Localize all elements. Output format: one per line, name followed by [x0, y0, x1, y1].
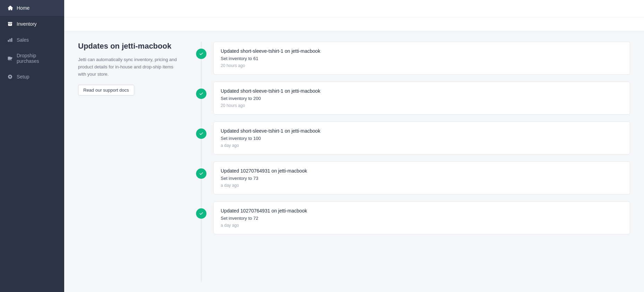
timeline-card-title-4: Updated 10270764931 on jetti-macbook	[221, 168, 623, 174]
timeline-card-title-1: Updated short-sleeve-tshirt-1 on jetti-m…	[221, 48, 623, 54]
timeline-card-1: Updated short-sleeve-tshirt-1 on jetti-m…	[213, 42, 630, 75]
sidebar-item-setup-label: Setup	[17, 74, 29, 80]
timeline-card-time-4: a day ago	[221, 183, 623, 188]
sidebar-item-sales[interactable]: Sales	[0, 32, 64, 48]
content-area: Updates on jetti-macbook Jetti can autom…	[64, 31, 644, 292]
setup-icon	[7, 74, 13, 80]
home-icon	[7, 5, 13, 11]
timeline-dot-2	[196, 89, 206, 99]
timeline: Updated short-sleeve-tshirt-1 on jetti-m…	[196, 42, 630, 282]
timeline-card-4: Updated 10270764931 on jetti-macbook Set…	[213, 161, 630, 194]
timeline-dot-4	[196, 168, 206, 179]
left-panel: Updates on jetti-macbook Jetti can autom…	[78, 42, 182, 282]
timeline-card-time-1: 20 hours ago	[221, 63, 623, 68]
timeline-card-5: Updated 10270764931 on jetti-macbook Set…	[213, 201, 630, 234]
timeline-card-time-5: a day ago	[221, 223, 623, 228]
timeline-card-detail-5: Set inventory to 72	[221, 216, 623, 221]
timeline-dot-1	[196, 49, 206, 59]
timeline-item: Updated short-sleeve-tshirt-1 on jetti-m…	[196, 82, 630, 115]
sidebar-item-home[interactable]: Home	[0, 0, 64, 16]
sales-icon	[7, 37, 13, 43]
main-content: Updates on jetti-macbook Jetti can autom…	[64, 0, 644, 292]
timeline-card-title-5: Updated 10270764931 on jetti-macbook	[221, 208, 623, 214]
inventory-icon	[7, 21, 13, 27]
page-title: Updates on jetti-macbook	[78, 42, 182, 51]
sidebar-item-inventory[interactable]: Inventory	[0, 16, 64, 32]
timeline-item: Updated short-sleeve-tshirt-1 on jetti-m…	[196, 122, 630, 155]
sidebar-item-dropship-label: Dropship purchases	[17, 53, 57, 64]
sidebar-item-setup[interactable]: Setup	[0, 69, 64, 85]
timeline-card-time-2: 20 hours ago	[221, 103, 623, 108]
timeline-dot-3	[196, 128, 206, 139]
sidebar: Home Inventory Sales Dropship purchases	[0, 0, 64, 292]
sidebar-item-dropship[interactable]: Dropship purchases	[0, 48, 64, 69]
page-description: Jetti can automatically sync inventory, …	[78, 56, 182, 78]
timeline-card-detail-2: Set inventory to 200	[221, 96, 623, 101]
timeline-dot-5	[196, 208, 206, 219]
timeline-card-time-3: a day ago	[221, 143, 623, 148]
dropship-icon	[7, 55, 13, 61]
timeline-item: Updated 10270764931 on jetti-macbook Set…	[196, 161, 630, 194]
timeline-card-title-2: Updated short-sleeve-tshirt-1 on jetti-m…	[221, 88, 623, 94]
timeline-card-detail-3: Set inventory to 100	[221, 136, 623, 141]
timeline-card-3: Updated short-sleeve-tshirt-1 on jetti-m…	[213, 122, 630, 155]
timeline-card-detail-1: Set inventory to 61	[221, 56, 623, 61]
sub-bar	[64, 17, 644, 31]
sidebar-item-home-label: Home	[17, 5, 29, 11]
timeline-card-title-3: Updated short-sleeve-tshirt-1 on jetti-m…	[221, 128, 623, 134]
timeline-item: Updated short-sleeve-tshirt-1 on jetti-m…	[196, 42, 630, 75]
sidebar-item-inventory-label: Inventory	[17, 21, 37, 27]
timeline-card-detail-4: Set inventory to 73	[221, 176, 623, 181]
support-docs-button[interactable]: Read our support docs	[78, 85, 134, 95]
top-bar	[64, 0, 644, 17]
timeline-card-2: Updated short-sleeve-tshirt-1 on jetti-m…	[213, 82, 630, 115]
timeline-item: Updated 10270764931 on jetti-macbook Set…	[196, 201, 630, 234]
timeline-items: Updated short-sleeve-tshirt-1 on jetti-m…	[196, 42, 630, 241]
sidebar-item-sales-label: Sales	[17, 37, 29, 43]
